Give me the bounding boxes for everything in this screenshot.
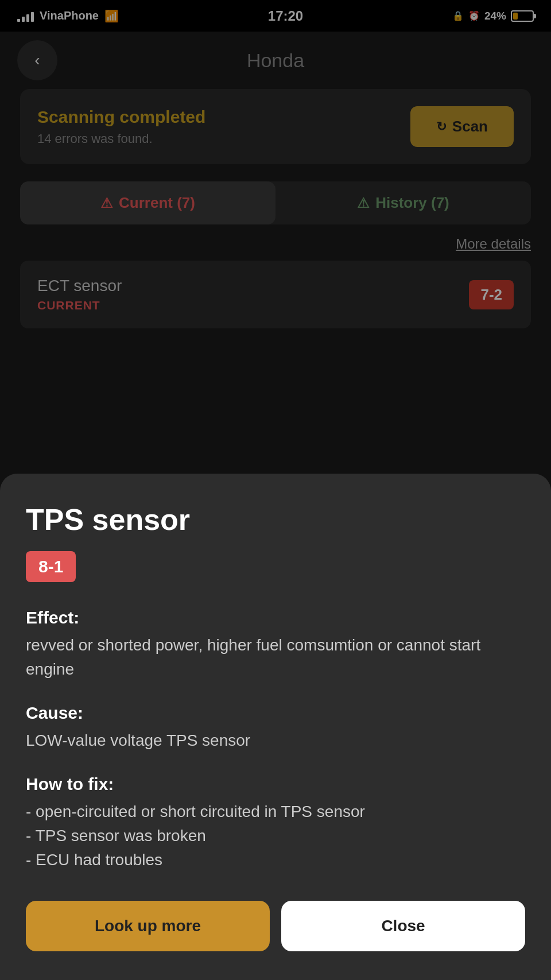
modal-fix-body: - open-circuited or short circuited in T… [26,800,525,872]
lookup-button[interactable]: Look up more [26,901,270,951]
close-button[interactable]: Close [281,901,525,951]
modal-code-badge: 8-1 [26,551,76,582]
modal-cause-body: LOW-value voltage TPS sensor [26,729,525,753]
modal-fix-section: How to fix: - open-circuited or short ci… [26,774,525,872]
modal-actions: Look up more Close [26,901,525,951]
modal-effect-title: Effect: [26,608,525,627]
modal-effect-body: revved or shorted power, higher fuel com… [26,633,525,681]
modal-cause-section: Cause: LOW-value voltage TPS sensor [26,703,525,753]
modal-effect-section: Effect: revved or shorted power, higher … [26,608,525,681]
modal-sensor-title: TPS sensor [26,502,525,537]
modal-cause-title: Cause: [26,703,525,723]
bottom-sheet-modal: TPS sensor 8-1 Effect: revved or shorted… [0,474,551,980]
modal-fix-title: How to fix: [26,774,525,794]
